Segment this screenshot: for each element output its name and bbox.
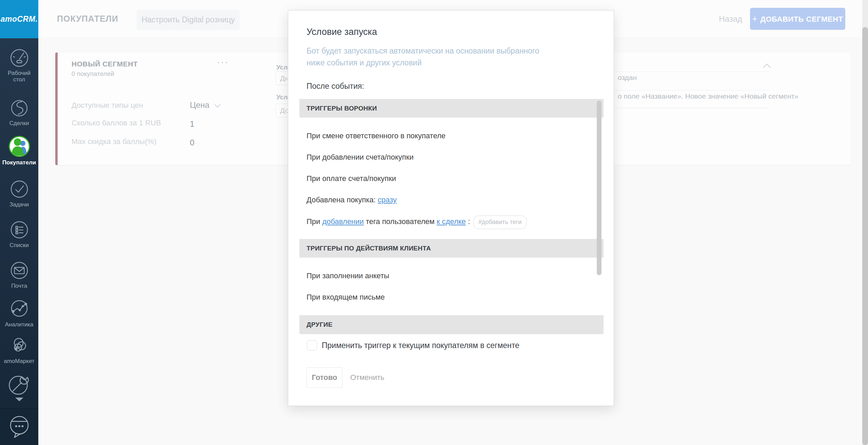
trigger-item-invoice-paid[interactable]: При оплате счета/покупки (307, 174, 396, 184)
done-button[interactable]: Готово (307, 367, 342, 388)
sidebar-item-buyers[interactable]: Покупатели (0, 136, 38, 166)
after-event-label: После события: (307, 82, 364, 91)
tag-part2: тега пользователем (364, 217, 437, 226)
sidebar-item-mail[interactable]: Почта (0, 260, 38, 289)
add-tags-input[interactable]: #добавить теги (473, 216, 527, 229)
segment-card-count: 0 покупателей (72, 70, 114, 78)
sidebar-chat-zone (0, 408, 38, 445)
analytics-icon (0, 298, 38, 319)
plus-icon: + (752, 14, 758, 24)
lists-icon (0, 220, 38, 240)
sidebar-item-label: Сделки (0, 120, 38, 126)
section-funnel-triggers: ТРИГГЕРЫ ВОРОНКИ (299, 99, 604, 118)
sidebar-item-analytics[interactable]: Аналитика (0, 298, 38, 328)
sidebar-item-desktop[interactable]: Рабочий стол (0, 47, 38, 83)
modal-subtitle: Бот будет запускаться автоматически на о… (307, 45, 557, 69)
apply-trigger-label: Применить триггер к текущим покупателям … (322, 341, 519, 350)
collapse-chevron-icon[interactable] (763, 64, 771, 72)
sidebar-item-amomarket[interactable]: amoМаркет (0, 335, 38, 364)
launch-condition-modal: Условие запуска Бот будет запускаться ав… (288, 10, 614, 406)
max-discount-label: Max скидка за баллы(%) (72, 137, 156, 146)
page-scrollbar[interactable] (862, 0, 868, 445)
section-client-triggers: ТРИГГЕРЫ ПО ДЕЙСТВИЯМ КЛИЕНТА (299, 239, 604, 258)
sidebar-item-label: Аналитика (0, 321, 38, 328)
points-per-rub-value[interactable]: 1 (190, 119, 194, 129)
wrench-icon (0, 370, 38, 397)
modal-title: Условие запуска (307, 27, 377, 37)
purchase-prefix: Добавлена покупка: (307, 196, 378, 204)
sidebar-item-label: Задачи (0, 201, 38, 208)
trigger-item-invoice-added[interactable]: При добавлении счета/покупки (307, 152, 414, 162)
sidebar-item-label: amoМаркет (0, 358, 38, 364)
section-others: ДРУГИЕ (299, 315, 604, 334)
sidebar-item-lists[interactable]: Списки (0, 220, 38, 248)
trigger-item-purchase-added[interactable]: Добавлена покупка: сразу (307, 195, 397, 205)
purchase-timing-link[interactable]: сразу (378, 196, 397, 204)
trigger-item-incoming-email[interactable]: При входящем письме (307, 292, 385, 302)
dashboard-icon (0, 47, 38, 68)
sidebar-item-label: Почта (0, 283, 38, 289)
cancel-link[interactable]: Отменить (350, 373, 384, 382)
buyers-icon (0, 136, 38, 157)
tag-action-link[interactable]: добавлении (322, 217, 363, 226)
back-link[interactable]: Назад (719, 14, 742, 24)
points-per-rub-label: Сколько баллов за 1 RUB (72, 119, 161, 127)
trigger-item-responsible-change[interactable]: При смене ответственного в покупателе (307, 131, 446, 141)
sidebar-item-label: Рабочий стол (4, 70, 35, 83)
apply-trigger-checkbox[interactable] (307, 340, 317, 350)
trigger-item-form-filled[interactable]: При заполнении анкеты (307, 271, 389, 281)
chevron-down-icon (15, 398, 23, 401)
trigger-item-tag-added[interactable]: При добавлении тега пользователем к сдел… (307, 216, 527, 226)
list-scrollbar-thumb[interactable] (597, 101, 601, 275)
tag-colon: : (466, 217, 470, 226)
event-row: оздан (618, 74, 637, 82)
chevron-down-icon (214, 101, 220, 107)
trigger-dropdown-list: ТРИГГЕРЫ ВОРОНКИ При смене ответственног… (299, 99, 604, 334)
chat-icon (0, 413, 38, 440)
page-scrollbar-thumb[interactable] (862, 27, 868, 445)
add-segment-label: ДОБАВИТЬ СЕГМЕНТ (760, 15, 843, 23)
apply-trigger-row: Применить триггер к текущим покупателям … (307, 340, 519, 350)
amomarket-icon (0, 335, 38, 356)
page-title: ПОКУПАТЕЛИ (57, 14, 118, 24)
price-types-label: Доступные типы цен (72, 101, 143, 110)
sidebar-item-deals[interactable]: Сделки (0, 98, 38, 126)
sidebar-item-label: Списки (0, 242, 38, 248)
amocrm-logo[interactable]: amoCRM. (0, 0, 38, 38)
sidebar-item-label: Покупатели (0, 159, 38, 166)
chat-button[interactable] (0, 413, 38, 440)
mail-icon (0, 260, 38, 281)
segment-card-title: НОВЫЙ СЕГМЕНТ (72, 60, 138, 68)
max-discount-value[interactable]: 0 (190, 138, 194, 147)
tag-part1: При (307, 217, 322, 226)
logo-text: amoCRM. (1, 15, 38, 24)
sidebar-item-settings[interactable] (0, 370, 38, 401)
tag-target-link[interactable]: к сделке (437, 217, 466, 226)
event-row: о поле «Название». Новое значение «Новый… (618, 92, 798, 100)
sidebar: amoCRM. Рабочий стол Сделки (0, 0, 38, 445)
sidebar-item-tasks[interactable]: Задачи (0, 179, 38, 208)
deals-icon (0, 98, 38, 118)
tasks-icon (0, 179, 38, 199)
price-types-value[interactable]: Цена (190, 100, 219, 110)
configure-digital-button[interactable]: Настроить Digital розницу (137, 10, 240, 30)
card-menu-icon[interactable]: ··· (217, 59, 229, 65)
add-segment-button[interactable]: +ДОБАВИТЬ СЕГМЕНТ (750, 8, 845, 30)
